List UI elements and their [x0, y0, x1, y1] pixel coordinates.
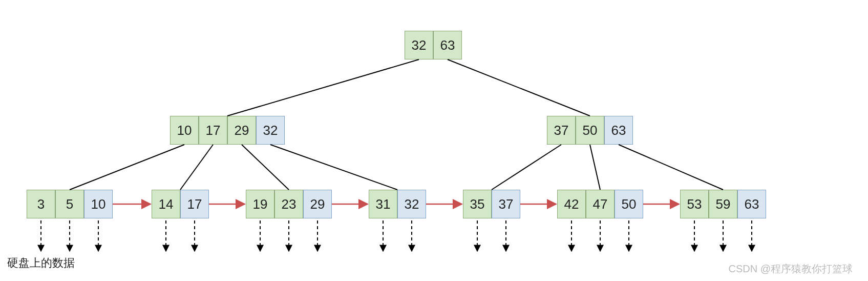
leaf-node: 14 17 — [152, 190, 209, 218]
leaf-key: 47 — [586, 190, 615, 218]
key: 50 — [576, 116, 604, 145]
key: 10 — [170, 116, 199, 145]
leaf-key: 50 — [615, 190, 643, 218]
tree-edge — [590, 145, 600, 190]
internal-node-left: 10 17 29 32 — [170, 116, 285, 145]
disk-data-label: 硬盘上的数据 — [7, 255, 75, 271]
leaf-key: 10 — [84, 190, 113, 218]
leaf-key: 53 — [680, 190, 709, 218]
leaf-node: 19 23 29 — [246, 190, 332, 218]
tree-edge — [180, 145, 213, 190]
leaf-key: 63 — [737, 190, 766, 218]
leaf-key: 59 — [709, 190, 737, 218]
leaf-key: 17 — [180, 190, 209, 218]
key: 17 — [199, 116, 227, 145]
leaf-key: 5 — [55, 190, 84, 218]
leaf-key: 35 — [463, 190, 492, 218]
leaf-node: 42 47 50 — [557, 190, 643, 218]
leaf-node: 35 37 — [463, 190, 520, 218]
leaf-key: 29 — [303, 190, 332, 218]
tree-edge — [227, 59, 419, 116]
tree-edge — [619, 145, 723, 190]
leaf-key: 42 — [557, 190, 586, 218]
leaf-node: 31 32 — [369, 190, 426, 218]
internal-node-right: 37 50 63 — [547, 116, 633, 145]
root-key: 63 — [433, 31, 462, 59]
key: 63 — [604, 116, 633, 145]
csdn-watermark: CSDN @程序猿教你打篮球 — [728, 262, 853, 276]
leaf-key: 32 — [397, 190, 426, 218]
leaf-key: 19 — [246, 190, 274, 218]
leaf-key: 37 — [492, 190, 520, 218]
key: 29 — [227, 116, 256, 145]
leaf-key: 31 — [369, 190, 397, 218]
leaf-key: 3 — [27, 190, 55, 218]
tree-edge — [270, 145, 397, 190]
disk-pointer-group — [41, 220, 752, 251]
leaf-key: 14 — [152, 190, 180, 218]
root-key: 32 — [405, 31, 433, 59]
leaf-node: 53 59 63 — [680, 190, 766, 218]
tree-edge — [448, 59, 590, 116]
leaf-key: 23 — [274, 190, 303, 218]
root-node: 32 63 — [405, 31, 462, 59]
tree-edge — [70, 145, 184, 190]
key: 32 — [256, 116, 285, 145]
leaf-node: 3 5 10 — [27, 190, 113, 218]
tree-edge — [492, 145, 561, 190]
tree-edge — [242, 145, 289, 190]
key: 37 — [547, 116, 576, 145]
